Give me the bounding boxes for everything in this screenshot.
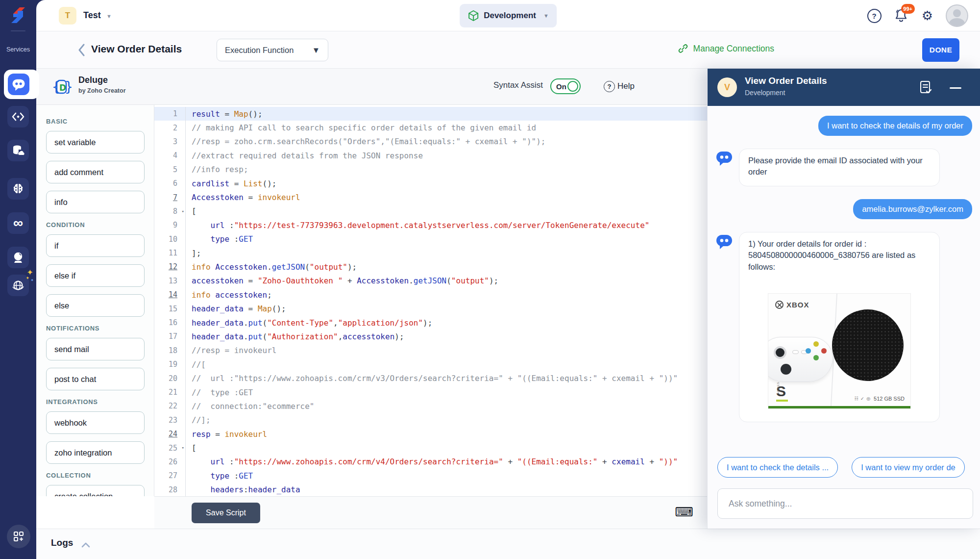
palette-item-create-collection[interactable]: create collection — [46, 485, 145, 496]
code-line[interactable]: 12info Accesstoken.getJSON("output"); — [154, 260, 707, 274]
services-label: Services — [0, 46, 36, 53]
code-text: info Accesstoken.getJSON("output"); — [186, 262, 357, 272]
help-icon[interactable]: ? — [867, 9, 882, 23]
palette-item-set-variable[interactable]: set variable — [46, 131, 145, 153]
sidebar-item-web[interactable]: ✦ ✦ ✦ — [7, 275, 29, 296]
code-text: Accesstoken = invokeurl — [186, 193, 300, 202]
notifications-button[interactable]: 99+ — [894, 8, 909, 24]
line-number: 7 — [154, 190, 186, 204]
syntax-assist-label: Syntax Assist — [493, 80, 543, 90]
script-icon[interactable] — [919, 80, 932, 96]
code-line[interactable]: 2// making API call to search specific o… — [154, 121, 707, 134]
xbox-logo: XBOX — [775, 300, 809, 310]
workspace-avatar[interactable]: T — [59, 7, 76, 25]
line-number: 8▾ — [154, 204, 186, 218]
minimize-icon[interactable] — [950, 87, 961, 89]
code-line[interactable]: 16header_data.put("Content-Type","applic… — [154, 316, 707, 330]
environment-label: Development — [484, 11, 536, 21]
series-s-label: SERIESS — [776, 384, 788, 402]
palette-item-send-mail[interactable]: send mail — [46, 338, 145, 360]
code-line[interactable]: 9 url :"https://test-773793963.developme… — [154, 218, 707, 232]
palette-item-else-if[interactable]: else if — [46, 264, 145, 287]
function-type-dropdown[interactable]: Execution Function ▼ — [217, 39, 328, 61]
palette-item-if[interactable]: if — [46, 234, 145, 257]
back-icon[interactable] — [77, 43, 85, 59]
code-line[interactable]: 22// connection:"ecommerce" — [154, 399, 707, 413]
code-line[interactable]: 18//resp = invokeurl — [154, 344, 707, 357]
code-line[interactable]: 25▾[ — [154, 441, 707, 455]
code-line[interactable]: 6cardlist = List(); — [154, 177, 707, 190]
help-icon[interactable]: ? — [604, 81, 615, 92]
manage-connections-link[interactable]: Manage Connections — [678, 43, 774, 54]
chevron-up-icon[interactable] — [81, 541, 90, 550]
code-line[interactable]: 11]; — [154, 246, 707, 260]
editor-help-link[interactable]: Help — [617, 81, 635, 91]
code-text: //resp = zoho.crm.searchRecords("Orders"… — [186, 137, 545, 146]
user-message: I want to check the details of my order — [715, 116, 972, 136]
apps-launcher-button[interactable] — [7, 525, 30, 548]
line-number: 23 — [154, 413, 186, 427]
sidebar-item-bot-active[interactable] — [4, 70, 39, 99]
sidebar-item-devops[interactable]: ∞ — [7, 212, 29, 234]
code-line[interactable]: 23//]; — [154, 413, 707, 427]
code-editor[interactable]: 1result = Map();2// making API call to s… — [154, 105, 707, 496]
palette-item-else[interactable]: else — [46, 294, 145, 317]
code-line[interactable]: 21// type :GET — [154, 385, 707, 399]
product-image: XBOXSERIESS☷ ✓ ◎512 GB SSD — [768, 293, 911, 409]
code-line[interactable]: 5//info resp; — [154, 163, 707, 177]
workspace-name[interactable]: Test — [83, 10, 101, 21]
code-line[interactable]: 1result = Map(); — [154, 107, 707, 121]
palette-section-title: INTEGRATIONS — [46, 398, 144, 406]
code-line[interactable]: 14info accesstoken; — [154, 288, 707, 302]
sidebar-item-ai[interactable] — [7, 178, 29, 200]
done-button[interactable]: DONE — [922, 38, 959, 62]
line-number: 25▾ — [154, 441, 186, 455]
fold-caret-icon[interactable]: ▾ — [182, 445, 184, 450]
line-number: 18 — [154, 344, 186, 357]
line-number: 9 — [154, 218, 186, 232]
sidebar-item-insights[interactable] — [7, 247, 29, 268]
code-line[interactable]: 10 type :GET — [154, 232, 707, 246]
keyboard-icon[interactable]: ⌨ — [675, 506, 693, 518]
code-line[interactable]: 13accesstoken = "Zoho-Oauthtoken " + Acc… — [154, 274, 707, 288]
quick-reply-chip[interactable]: I want to view my order de — [852, 457, 965, 478]
catalyst-logo-icon[interactable] — [6, 4, 30, 26]
code-line[interactable]: 3//resp = zoho.crm.searchRecords("Orders… — [154, 135, 707, 149]
message-text: amelia.burrows@zylker.com — [862, 204, 963, 214]
save-script-button[interactable]: Save Script — [192, 503, 260, 523]
code-line[interactable]: 17header_data.put("Authorization",access… — [154, 330, 707, 343]
sidebar-item-functions[interactable] — [7, 106, 29, 127]
code-line[interactable]: 4//extract required details from the JSO… — [154, 149, 707, 162]
code-line[interactable]: 19//[ — [154, 357, 707, 371]
palette-item-post-to-chat[interactable]: post to chat — [46, 368, 145, 390]
code-line[interactable]: 7Accesstoken = invokeurl — [154, 190, 707, 204]
code-line[interactable]: 20// url :"https://www.zohoapis.com/crm/… — [154, 371, 707, 385]
environment-selector[interactable]: Development ▼ — [460, 4, 557, 27]
gear-icon[interactable]: ⚙ — [922, 9, 933, 22]
palette-item-info[interactable]: info — [46, 191, 145, 213]
palette-item-webhook[interactable]: webhook — [46, 411, 145, 434]
sidebar-item-datastore[interactable] — [7, 140, 29, 161]
grid-plus-icon — [13, 531, 24, 542]
palette-item-add-comment[interactable]: add comment — [46, 161, 145, 183]
svg-text:}: } — [65, 79, 72, 95]
code-line[interactable]: 28 headers:header_data — [154, 483, 707, 496]
console-vent-graphic — [832, 309, 904, 381]
fold-caret-icon[interactable]: ▾ — [182, 209, 184, 214]
palette-item-zoho-integration[interactable]: zoho integration — [46, 441, 145, 464]
code-line[interactable]: 8▾[ — [154, 204, 707, 218]
chevron-down-icon[interactable]: ▼ — [106, 13, 112, 19]
message-text: 1) Your order details for order id : 580… — [748, 238, 931, 273]
editor-footer: Save Script ⌨ — [154, 496, 707, 529]
syntax-assist-toggle[interactable]: On — [550, 78, 581, 94]
code-line[interactable]: 26 url :"https://www.zohoapis.com/crm/v4… — [154, 455, 707, 469]
line-number: 27 — [154, 469, 186, 483]
code-line[interactable]: 15header_data = Map(); — [154, 302, 707, 315]
chat-input[interactable] — [717, 488, 973, 519]
code-line[interactable]: 24resp = invokeurl — [154, 427, 707, 441]
message-text: I want to check the details of my order — [827, 121, 963, 130]
user-avatar[interactable] — [946, 4, 968, 27]
quick-reply-chip[interactable]: I want to check the details ... — [717, 457, 838, 478]
code-line[interactable]: 27 type :GET — [154, 469, 707, 483]
code-text: info accesstoken; — [186, 290, 272, 300]
